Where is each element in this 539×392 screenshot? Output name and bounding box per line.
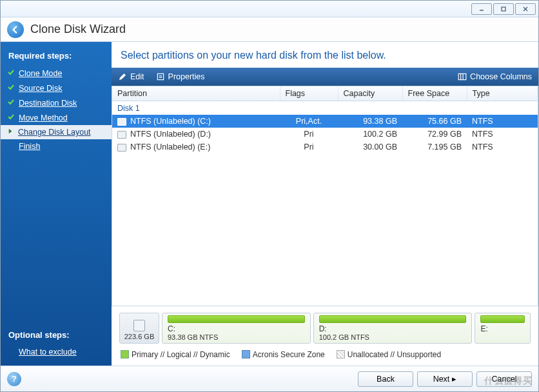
- partition-name: C:: [168, 324, 305, 333]
- edit-label: Edit: [130, 72, 144, 81]
- help-button[interactable]: ?: [7, 372, 21, 386]
- partition-name: E:: [480, 324, 525, 333]
- usage-bar: [480, 315, 525, 323]
- wizard-next-button[interactable]: Next▸: [417, 371, 473, 387]
- step-label: Change Disk Layout: [18, 128, 91, 137]
- step-source-disk[interactable]: Source Disk: [1, 81, 112, 95]
- svg-rect-1: [502, 7, 505, 11]
- legend: Primary // Logical // Dynamic Acronis Se…: [112, 346, 538, 366]
- arrow-right-icon: [7, 128, 14, 137]
- choose-columns-label: Choose Columns: [470, 72, 532, 81]
- partition-icon: [117, 118, 126, 126]
- partition-block[interactable]: C:93.38 GB NTFS: [162, 313, 311, 344]
- col-capacity[interactable]: Capacity: [338, 86, 402, 101]
- choose-columns-button[interactable]: Choose Columns: [458, 72, 532, 81]
- cancel-label: Cancel: [492, 375, 517, 384]
- step-label: What to exclude: [19, 348, 77, 357]
- chevron-right-icon: ▸: [452, 374, 456, 384]
- step-label: Source Disk: [19, 84, 62, 93]
- partition-row[interactable]: NTFS (Unlabeled) (D:)Pri100.2 GB72.99 GB…: [112, 128, 538, 141]
- check-icon: [7, 83, 15, 93]
- next-label: Next: [433, 375, 450, 384]
- partition-icon: [117, 144, 126, 152]
- disk-capacity-cell: 223.6 GB: [119, 313, 159, 344]
- svg-rect-5: [458, 74, 466, 79]
- step-change-disk-layout[interactable]: Change Disk Layout: [1, 125, 112, 139]
- partition-block[interactable]: E:: [475, 313, 531, 344]
- pencil-icon: [118, 72, 127, 81]
- columns-icon: [458, 72, 467, 81]
- legend-primary-swatch: [121, 350, 129, 358]
- disk-layout-bar: 223.6 GB C:93.38 GB NTFSD:100.2 GB NTFSE…: [112, 306, 538, 346]
- optional-steps-heading: Optional steps:: [1, 328, 112, 345]
- minimize-button[interactable]: [471, 3, 492, 15]
- partition-name: D:: [319, 324, 467, 333]
- partition-block[interactable]: D:100.2 GB NTFS: [313, 313, 473, 344]
- properties-button[interactable]: Properties: [156, 72, 205, 81]
- legend-secure-swatch: [242, 350, 250, 358]
- svg-rect-2: [157, 74, 163, 79]
- usage-bar: [168, 315, 305, 323]
- step-finish[interactable]: Finish: [1, 139, 112, 153]
- col-free[interactable]: Free Space: [402, 86, 467, 101]
- col-partition[interactable]: Partition: [112, 86, 280, 101]
- step-label: Finish: [19, 142, 40, 151]
- step-clone-mode[interactable]: Clone Mode: [1, 66, 112, 81]
- check-icon: [7, 98, 15, 108]
- properties-icon: [156, 72, 165, 81]
- step-move-method[interactable]: Move Method: [1, 110, 112, 125]
- check-icon: [7, 68, 15, 78]
- disk-icon: [133, 320, 145, 331]
- wizard-sidebar: Required steps: Clone ModeSource DiskDes…: [1, 42, 112, 366]
- step-label: Clone Mode: [19, 69, 62, 78]
- col-type[interactable]: Type: [467, 86, 538, 101]
- legend-secure-label: Acronis Secure Zone: [253, 350, 325, 359]
- step-destination-disk[interactable]: Destination Disk: [1, 95, 112, 110]
- step-label: Destination Disk: [19, 99, 77, 108]
- properties-label: Properties: [168, 72, 205, 81]
- wizard-title: Clone Disk Wizard: [30, 23, 126, 36]
- partition-row[interactable]: NTFS (Unlabeled) (C:)Pri,Act.93.38 GB75.…: [112, 115, 538, 128]
- back-icon-button[interactable]: [7, 21, 24, 38]
- wizard-back-button[interactable]: Back: [358, 371, 413, 387]
- disk-total-size: 223.6 GB: [124, 333, 154, 340]
- disk-group-label: Disk 1: [112, 101, 538, 115]
- maximize-button[interactable]: [493, 3, 514, 15]
- wizard-cancel-button[interactable]: Cancel: [476, 371, 532, 387]
- partition-info: 100.2 GB NTFS: [319, 333, 467, 341]
- legend-unalloc-label: Unallocated // Unsupported: [348, 350, 441, 359]
- partition-info: 93.38 GB NTFS: [168, 333, 305, 341]
- instruction-text: Select partitions on your new hard disk …: [112, 42, 538, 68]
- partition-list[interactable]: Partition Flags Capacity Free Space Type…: [112, 86, 538, 306]
- legend-unalloc-swatch: [337, 350, 345, 358]
- close-button[interactable]: [515, 3, 536, 15]
- edit-button[interactable]: Edit: [118, 72, 144, 81]
- usage-bar: [319, 315, 467, 323]
- step-label: Move Method: [19, 113, 68, 122]
- back-label: Back: [377, 375, 395, 384]
- check-icon: [7, 113, 15, 122]
- required-steps-heading: Required steps:: [1, 48, 112, 66]
- partition-icon: [117, 131, 126, 139]
- partition-row[interactable]: NTFS (Unlabeled) (E:)Pri30.00 GB7.195 GB…: [112, 141, 538, 153]
- legend-primary-label: Primary // Logical // Dynamic: [132, 350, 230, 359]
- partition-toolbar: Edit Properties Choose Columns: [112, 68, 538, 86]
- step-what-to-exclude[interactable]: What to exclude: [1, 345, 112, 359]
- col-flags[interactable]: Flags: [280, 86, 338, 101]
